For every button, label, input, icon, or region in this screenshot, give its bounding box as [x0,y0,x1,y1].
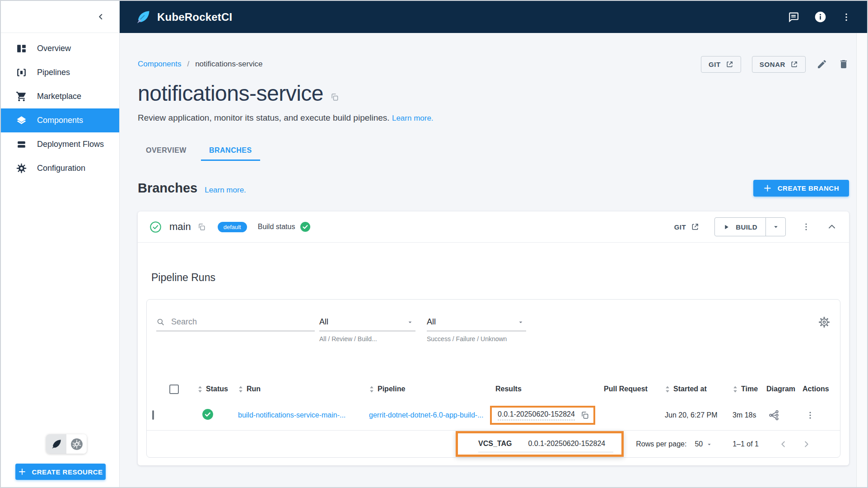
status-filter-value: All [427,317,436,327]
build-button-label: BUILD [736,223,757,231]
column-header-pull-request: Pull Request [598,385,659,393]
gear-icon [16,163,27,174]
info-icon[interactable] [814,11,826,23]
time-cell: 3m 18s [727,411,761,419]
build-options-dropdown[interactable] [766,218,785,236]
table-row: build-notifications-service-main-... ger… [147,400,840,431]
results-annotation-box: 0.0.1-20250620-152824 [490,406,595,425]
app-title: KubeRocketCI [157,11,232,23]
sidebar-item-components[interactable]: Components [1,108,119,132]
pagination-range: 1–1 of 1 [733,440,759,448]
caret-down-icon [406,319,414,326]
column-header-status[interactable]: Status [192,385,233,393]
result-version-value[interactable]: 0.0.1-20250620-152824 [498,410,575,420]
sonar-button[interactable]: SONAR [752,56,806,73]
sidebar-item-pipelines[interactable]: Pipelines [1,61,119,84]
sidebar-nav: Overview Pipelines Marketplace Component… [1,33,119,180]
sort-icon [238,385,243,393]
edit-icon[interactable] [817,59,827,70]
rows-per-page-label: Rows per page: [636,440,686,448]
main-content: Components / notifications-service GIT S… [120,33,856,487]
run-link[interactable]: build-notifications-service-main-... [233,411,364,419]
sidebar-item-marketplace[interactable]: Marketplace [1,84,119,108]
vcs-tag-key: VCS_TAG [478,440,512,448]
column-header-pipeline[interactable]: Pipeline [364,385,490,393]
vcs-tag-value: 0.0.1-20250620-152824 [528,440,605,448]
kuberocketci-view-toggle[interactable] [46,434,66,454]
page-actions: GIT SONAR [701,56,849,73]
sidebar-item-configuration[interactable]: Configuration [1,156,119,180]
feather-icon [51,438,62,450]
pipeline-link[interactable]: gerrit-dotnet-dotnet-6.0-app-build-... [364,411,490,419]
breadcrumb-components-link[interactable]: Components [138,60,181,69]
previous-page-icon[interactable] [779,439,789,449]
default-branch-badge: default [218,222,247,232]
row-checkbox[interactable] [152,410,154,420]
column-header-time[interactable]: Time [727,385,761,393]
pipeline-type-filter: All All / Review / Build... [319,313,415,343]
filters-row: All All / Review / Build... All Success … [156,313,831,343]
branches-learn-more-link[interactable]: Learn more. [205,186,246,195]
sidebar-collapse-icon[interactable] [96,12,106,22]
create-branch-button[interactable]: CREATE BRANCH [753,180,849,197]
column-header-actions: Actions [797,385,840,393]
kubernetes-view-toggle[interactable] [66,434,87,454]
pipeline-type-select[interactable]: All [319,313,415,331]
build-button[interactable]: BUILD [715,218,766,236]
layers-icon [16,115,27,126]
app-logo: KubeRocketCI [135,9,232,25]
learn-more-link[interactable]: Learn more. [392,114,434,122]
sidebar-item-label: Components [37,116,83,125]
branch-card-header: main default Build status GIT [138,211,849,243]
caret-down-icon [772,223,780,231]
branches-heading: Branches Learn more. [138,181,246,196]
rows-per-page-select[interactable]: 50 [695,440,713,448]
create-resource-button[interactable]: CREATE RESOURCE [15,464,106,480]
delete-icon[interactable] [838,59,849,70]
sort-icon [733,385,738,393]
tab-branches[interactable]: BRANCHES [201,140,260,161]
pipeline-runs-panel: All All / Review / Build... All Success … [146,299,840,458]
table-settings-icon[interactable] [817,315,831,329]
branch-more-menu-icon[interactable] [801,222,811,232]
column-header-started-at[interactable]: Started at [659,385,727,393]
git-button[interactable]: GIT [701,56,741,73]
build-split-button: BUILD [714,217,786,236]
diagram-icon[interactable] [768,409,797,421]
copy-icon[interactable] [580,411,589,420]
column-header-run[interactable]: Run [233,385,364,393]
caret-down-icon [706,441,713,448]
row-more-menu-icon[interactable] [805,410,840,420]
status-filter: All Success / Failure / Unknown [427,313,526,343]
copy-icon[interactable] [197,223,206,231]
copy-icon[interactable] [330,93,339,102]
column-header-diagram: Diagram [761,385,797,393]
page-title: notifications-service [138,81,323,106]
collapse-card-icon[interactable] [826,221,837,232]
diagram-cell [761,409,797,421]
select-all-checkbox[interactable] [169,385,179,394]
status-select[interactable]: All [427,313,526,331]
more-menu-icon[interactable] [841,12,852,23]
cart-icon [16,91,27,102]
next-page-icon[interactable] [801,439,811,449]
top-header: KubeRocketCI [120,1,867,33]
sidebar-item-deployment-flows[interactable]: Deployment Flows [1,132,119,156]
started-at-cell: Jun 20, 6:27 PM [659,411,727,419]
sidebar-header [1,1,119,33]
plus-icon [763,184,772,192]
vcs-tag-tooltip: VCS_TAG 0.0.1-20250620-152824 [478,436,613,452]
search-field [156,313,315,331]
search-input[interactable] [171,317,315,327]
vertical-scrollbar[interactable] [856,33,867,487]
results-cell: 0.0.1-20250620-152824 [490,406,598,425]
branch-git-button[interactable]: GIT [674,223,700,231]
branch-card-main: main default Build status GIT [138,211,849,465]
sidebar-item-overview[interactable]: Overview [1,37,119,61]
feedback-icon[interactable] [787,11,800,23]
branch-status-success-icon [149,221,162,233]
column-header-results: Results [490,385,598,393]
page-description: Review application, monitor its status, … [138,113,849,123]
tab-overview[interactable]: OVERVIEW [138,140,195,161]
external-link-icon [691,223,699,231]
